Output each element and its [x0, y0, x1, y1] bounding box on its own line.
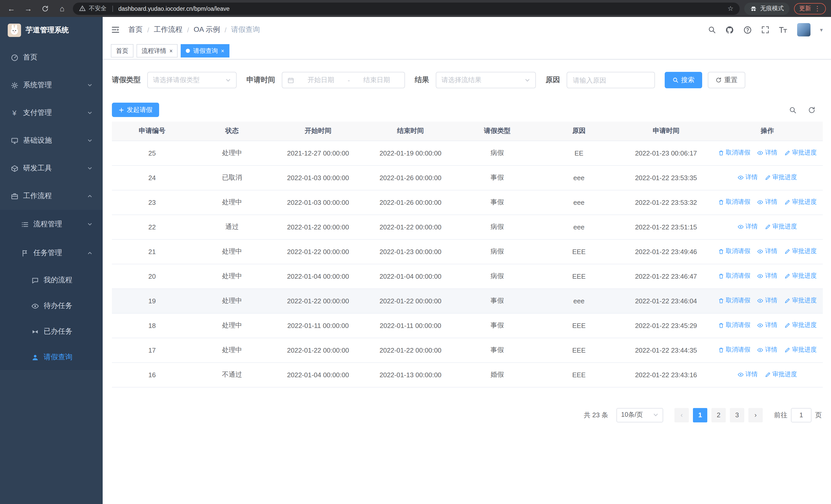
cancel-leave-link[interactable]: 取消请假 — [718, 247, 750, 256]
detail-link[interactable]: 详情 — [738, 370, 757, 379]
search-button[interactable]: 搜索 — [665, 72, 702, 88]
cancel-leave-link[interactable]: 取消请假 — [718, 321, 750, 330]
sidebar-item-home[interactable]: 首页 — [0, 43, 103, 71]
end-date-placeholder[interactable]: 结束日期 — [354, 76, 399, 85]
cancel-leave-link[interactable]: 取消请假 — [718, 149, 750, 157]
cancel-leave-link[interactable]: 取消请假 — [718, 198, 750, 207]
url-text[interactable]: dashboard.yudao.iocoder.cn/bpm/oa/leave — [118, 5, 230, 11]
cancel-leave-link[interactable]: 取消请假 — [718, 296, 750, 305]
leave-type-select[interactable]: 请选择请假类型 — [147, 72, 237, 88]
cell-apply-time: 2022-01-22 23:45:29 — [620, 313, 712, 338]
table-row[interactable]: 17 处理中 2022-01-22 00:00:00 2022-01-22 00… — [112, 338, 823, 362]
browser-menu-icon[interactable]: ⋮ — [814, 5, 821, 12]
detail-link[interactable]: 详情 — [757, 149, 777, 157]
sidebar-item-my-processes[interactable]: 我的流程 — [0, 267, 103, 293]
table-row[interactable]: 22 通过 2022-01-22 00:00:00 2022-01-22 00:… — [112, 214, 823, 239]
page-button-1[interactable]: 1 — [693, 408, 707, 422]
reason-input[interactable] — [567, 72, 655, 88]
detail-link[interactable]: 详情 — [757, 247, 777, 256]
table-row[interactable]: 25 处理中 2021-12-27 00:00:00 2022-01-19 00… — [112, 141, 823, 165]
approval-progress-link[interactable]: 审批进度 — [765, 370, 797, 379]
start-date-placeholder[interactable]: 开始日期 — [298, 76, 344, 85]
bookmark-star-icon[interactable]: ☆ — [727, 5, 734, 12]
prev-page-button[interactable]: ‹ — [675, 408, 689, 422]
tab-home[interactable]: 首页 — [111, 44, 134, 58]
browser-update-button[interactable]: 更新 ⋮ — [794, 3, 826, 14]
browser-home-icon[interactable]: ⌂ — [56, 2, 68, 14]
cell-leave-type: 事假 — [457, 190, 538, 214]
table-row[interactable]: 16 不通过 2022-01-04 00:00:00 2022-01-13 00… — [112, 362, 823, 387]
sidebar-item-infrastructure[interactable]: 基础设施 — [0, 127, 103, 154]
detail-link[interactable]: 详情 — [757, 198, 777, 207]
breadcrumb-oa-example[interactable]: OA 示例 — [194, 25, 220, 34]
detail-link[interactable]: 详情 — [757, 272, 777, 280]
cancel-leave-link[interactable]: 取消请假 — [718, 272, 750, 280]
next-page-button[interactable]: › — [748, 408, 763, 422]
sidebar-item-system[interactable]: 系统管理 — [0, 71, 103, 99]
sidebar-item-payment[interactable]: ¥ 支付管理 — [0, 99, 103, 127]
refresh-icon[interactable] — [808, 106, 815, 114]
create-leave-button[interactable]: 发起请假 — [112, 102, 159, 117]
cell-leave-type: 事假 — [457, 165, 538, 190]
approval-progress-link[interactable]: 审批进度 — [765, 173, 797, 182]
approval-progress-link[interactable]: 审批进度 — [765, 223, 797, 231]
close-icon[interactable]: × — [221, 48, 224, 54]
security-warning-label[interactable]: 不安全 — [89, 5, 107, 12]
table-row[interactable]: 21 处理中 2022-01-22 00:00:00 2022-01-23 00… — [112, 239, 823, 264]
approval-progress-link[interactable]: 审批进度 — [784, 272, 816, 280]
approval-progress-link[interactable]: 审批进度 — [784, 321, 816, 330]
sidebar-item-task-management[interactable]: 任务管理 — [0, 239, 103, 267]
fullscreen-icon[interactable] — [762, 26, 770, 34]
sidebar-item-devtools[interactable]: 研发工具 — [0, 154, 103, 182]
cell-status: 处理中 — [192, 190, 272, 214]
search-icon[interactable] — [708, 26, 716, 34]
tab-process-detail[interactable]: 流程详情 × — [137, 44, 178, 58]
detail-link[interactable]: 详情 — [757, 296, 777, 305]
security-warning-icon[interactable] — [79, 5, 86, 12]
sidebar-item-done-tasks[interactable]: 已办任务 — [0, 319, 103, 345]
page-size-select[interactable]: 10条/页 — [617, 408, 663, 422]
breadcrumb-home[interactable]: 首页 — [128, 25, 143, 34]
breadcrumb-workflow[interactable]: 工作流程 — [154, 25, 182, 34]
address-bar[interactable]: 不安全 dashboard.yudao.iocoder.cn/bpm/oa/le… — [73, 2, 740, 14]
browser-reload-icon[interactable] — [39, 2, 51, 14]
github-icon[interactable] — [725, 25, 734, 34]
detail-link[interactable]: 详情 — [738, 223, 757, 231]
table-row[interactable]: 20 处理中 2022-01-04 00:00:00 2022-01-04 00… — [112, 264, 823, 289]
sidebar-item-pending-tasks[interactable]: 待办任务 — [0, 293, 103, 319]
close-icon[interactable]: × — [169, 48, 173, 54]
browser-forward-icon[interactable]: → — [22, 2, 34, 14]
apply-time-range-input[interactable]: 开始日期 - 结束日期 — [282, 72, 405, 88]
avatar[interactable] — [797, 23, 811, 36]
sidebar-collapse-icon[interactable] — [111, 25, 120, 34]
detail-link[interactable]: 详情 — [757, 346, 777, 354]
table-row[interactable]: 18 处理中 2022-01-11 00:00:00 2022-01-11 00… — [112, 313, 823, 338]
reset-button[interactable]: 重置 — [708, 72, 745, 88]
approval-progress-link[interactable]: 审批进度 — [784, 247, 816, 256]
update-label[interactable]: 更新 — [799, 5, 811, 12]
approval-progress-link[interactable]: 审批进度 — [784, 198, 816, 207]
approval-progress-link[interactable]: 审批进度 — [784, 346, 816, 354]
cancel-leave-link[interactable]: 取消请假 — [718, 346, 750, 354]
search-toggle-icon[interactable] — [789, 106, 797, 114]
detail-link[interactable]: 详情 — [757, 321, 777, 330]
page-button-3[interactable]: 3 — [730, 408, 744, 422]
user-menu-caret-icon[interactable]: ▾ — [820, 26, 823, 33]
sidebar-item-workflow[interactable]: 工作流程 — [0, 182, 103, 210]
table-row[interactable]: 19 处理中 2022-01-22 00:00:00 2022-01-22 00… — [112, 289, 823, 313]
result-select[interactable]: 请选择流结果 — [436, 72, 536, 88]
page-button-2[interactable]: 2 — [711, 408, 726, 422]
font-size-icon[interactable] — [779, 26, 788, 34]
goto-page-input[interactable] — [791, 408, 811, 422]
sidebar-item-process-management[interactable]: 流程管理 — [0, 210, 103, 239]
detail-link[interactable]: 详情 — [738, 173, 757, 182]
app-logo[interactable]: 芋道管理系统 — [0, 17, 103, 43]
help-icon[interactable] — [744, 25, 752, 34]
approval-progress-link[interactable]: 审批进度 — [784, 149, 816, 157]
table-row[interactable]: 23 处理中 2022-01-03 00:00:00 2022-01-26 00… — [112, 190, 823, 214]
tab-leave-query[interactable]: 请假查询 × — [181, 44, 229, 58]
approval-progress-link[interactable]: 审批进度 — [784, 296, 816, 305]
browser-back-icon[interactable]: ← — [5, 2, 18, 14]
table-row[interactable]: 24 已取消 2022-01-03 00:00:00 2022-01-26 00… — [112, 165, 823, 190]
sidebar-item-leave-query[interactable]: 请假查询 — [0, 345, 103, 370]
